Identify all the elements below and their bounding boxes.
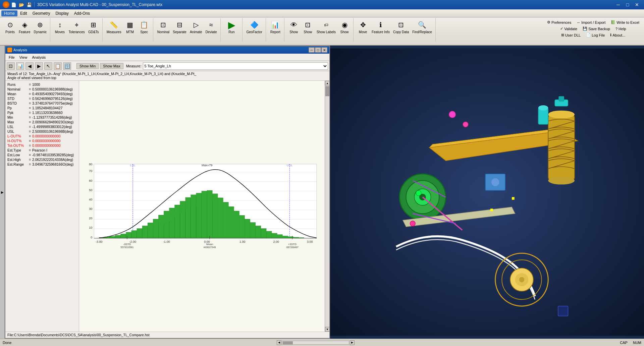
svg-point-98 (548, 111, 575, 119)
user-dll-button[interactable]: ⊞ User DLL (559, 32, 583, 38)
scroll-thumb[interactable] (325, 86, 329, 96)
ribbon-btn-tolerances[interactable]: ⌖ Tolerances (67, 19, 86, 35)
show-max-button[interactable]: Show Max (100, 63, 123, 69)
toolbar-btn-5[interactable]: 📋 (54, 62, 62, 70)
ribbon-btn-show-labels[interactable]: 🏷 Show Labels (315, 19, 337, 35)
ribbon-btn-moves[interactable]: ↕ Moves (53, 19, 66, 35)
show-min-button[interactable]: Show Min (76, 63, 99, 69)
menu-geometry[interactable]: Geometry (30, 10, 53, 16)
ribbon-btn-find-replace[interactable]: 🔍 Find/Replace (411, 19, 433, 35)
analysis-minimize[interactable]: ─ (309, 47, 315, 53)
measure-select[interactable]: 5 Toe_Angle_Lh (143, 62, 328, 70)
stat-runs: Runs = 1000 (7, 82, 77, 87)
help-icon: ? (615, 27, 618, 31)
menu-home[interactable]: Home (1, 10, 17, 16)
svg-text:70: 70 (89, 169, 92, 173)
ribbon-btn-show1[interactable]: 👁 Show (287, 19, 301, 35)
minimize-button[interactable]: ─ (614, 1, 623, 8)
toolbar-btn-back[interactable]: ◀ (25, 62, 34, 70)
ribbon-btn-gdts[interactable]: ⊞ GD&Ts (87, 19, 100, 35)
gdts-icon: ⊞ (88, 19, 99, 30)
svg-text:Max=79: Max=79 (202, 164, 212, 167)
new-button[interactable]: 📄 (10, 2, 17, 8)
max-value: 2.00906628489023O(deg) (32, 120, 77, 124)
svg-text:Mean: Mean (206, 243, 213, 246)
analysis-menu-file[interactable]: File (7, 55, 17, 60)
mtm-icon: ▦ (125, 19, 136, 30)
menu-edit[interactable]: Edit (17, 10, 30, 16)
svg-text:30: 30 (89, 207, 92, 211)
menu-addons[interactable]: Add-Ons (71, 10, 93, 16)
spec-icon: 📋 (139, 19, 150, 30)
preferences-button[interactable]: ⚙ Preferences (545, 19, 573, 25)
toolbar-btn-forward[interactable]: ▶ (35, 62, 43, 70)
ribbon-btn-show3[interactable]: ◉ Show (338, 19, 351, 35)
analysis-window-icon (7, 48, 12, 52)
import-export-button[interactable]: ↔ Import / Export (575, 19, 607, 25)
ribbon-btn-measures[interactable]: 📏 Measures (105, 19, 123, 35)
ribbon-btn-feature[interactable]: ◈ Feature (17, 19, 32, 35)
ribbon-btn-spec[interactable]: 📋 Spec (138, 19, 151, 35)
ribbon-group-run: ▶ Run (221, 18, 243, 42)
viewport-3d[interactable] (330, 46, 644, 339)
svg-rect-67 (239, 215, 245, 238)
ribbon-btn-copy-data[interactable]: ⊡ Copy Data (392, 19, 410, 35)
move-icon: ✥ (358, 19, 368, 30)
ribbon-btn-nominal[interactable]: ⊡ Nominal (156, 19, 171, 35)
stat-nominal: Nominal = 0.500000106196988(deg) (7, 87, 77, 92)
maximize-button[interactable]: □ (623, 1, 632, 8)
svg-rect-74 (277, 234, 282, 238)
svg-rect-60 (202, 191, 207, 238)
ribbon-btn-report[interactable]: 📊 Report (269, 19, 282, 35)
ribbon-btn-feature-info[interactable]: ℹ Feature Info (370, 19, 391, 35)
vertical-scrollbar[interactable]: ▲ ▼ (325, 81, 329, 332)
analysis-menu-view[interactable]: View (17, 55, 30, 60)
userdll-icon: ⊞ (561, 33, 564, 37)
h-scroll-thumb[interactable] (283, 341, 293, 345)
scroll-left-button[interactable]: ◀ (277, 340, 281, 345)
ribbon-btn-run[interactable]: ▶ Run (223, 19, 240, 35)
tolerances-label: Tolerances (68, 30, 85, 34)
menu-display[interactable]: Display (53, 10, 71, 16)
svg-rect-49 (142, 226, 148, 238)
ribbon-btn-deviate[interactable]: ≈ Deviate (204, 19, 218, 35)
analysis-menu-analysis[interactable]: Analysis (30, 55, 48, 60)
ribbon-btn-dynamic[interactable]: ⊛ Dynamic (32, 19, 48, 35)
ribbon-btn-mtm[interactable]: ▦ MTM (123, 19, 137, 35)
toolbar-btn-cursor[interactable]: ↖ (44, 62, 52, 70)
ribbon-btn-move[interactable]: ✥ Move (356, 19, 370, 35)
scroll-up-button[interactable]: ▲ (325, 81, 329, 85)
analysis-close[interactable]: ✕ (321, 47, 327, 53)
write-excel-button[interactable]: 📗 Write to Excel (609, 19, 641, 25)
help-button[interactable]: ? Help (613, 26, 628, 32)
svg-point-109 (538, 105, 548, 111)
validate-button[interactable]: ✓ Validate (558, 26, 579, 32)
showlabels-label: Show Labels (317, 30, 336, 34)
ribbon-btn-animate[interactable]: ▷ Animate (189, 19, 204, 35)
ribbon-btn-geofactor[interactable]: 🔷 GeoFactor (245, 19, 264, 35)
toolbar-btn-2[interactable]: 📊 (16, 62, 24, 70)
ribbon-group-geo: 🔷 GeoFactor (243, 18, 266, 42)
toolbar-btn-1[interactable]: ⊡ (7, 62, 15, 70)
about-button[interactable]: ℹ About... (608, 32, 627, 38)
ribbon-btn-separate[interactable]: ⊟ Separate (171, 19, 188, 35)
save-button[interactable]: 💾 (26, 2, 33, 8)
open-button[interactable]: 📂 (18, 2, 25, 8)
separate-label: Separate (173, 30, 186, 34)
scroll-right-button[interactable]: ▶ (350, 340, 355, 345)
ribbon-btn-points[interactable]: ⊙ Points (3, 19, 17, 35)
save-backup-button[interactable]: 💾 Save Backup (581, 26, 612, 32)
scroll-track[interactable] (325, 85, 329, 327)
ribbon-btn-show2[interactable]: ⊡ Show (301, 19, 315, 35)
h-scroll-track[interactable] (282, 341, 349, 345)
scroll-down-button[interactable]: ▼ (325, 327, 329, 332)
analysis-maximize[interactable]: □ (315, 47, 321, 53)
separate-icon: ⊟ (174, 19, 185, 30)
runs-value: 1000 (32, 82, 77, 86)
importexport-icon: ↔ (577, 20, 580, 24)
log-file-button[interactable]: 📄 Log File (584, 32, 607, 38)
close-button[interactable]: ✕ (633, 1, 641, 8)
feature-icon: ◈ (19, 19, 30, 30)
toolbar-btn-6[interactable]: 🔢 (63, 62, 71, 70)
sidebar-collapse[interactable]: ▶ (0, 46, 5, 339)
